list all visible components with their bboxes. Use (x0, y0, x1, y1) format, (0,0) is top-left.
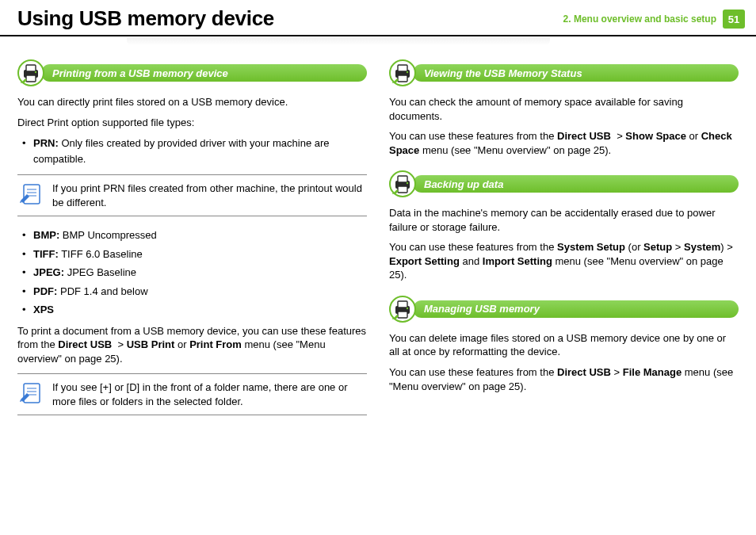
list-item: PDF: PDF 1.4 and below (17, 284, 367, 300)
list-item: PRN: Only files created by provided driv… (17, 136, 367, 166)
chapter-label: 2. Menu overview and basic setup (563, 13, 716, 25)
paragraph: Direct Print option supported file types… (17, 116, 367, 130)
paragraph: You can use these features from the Dire… (389, 129, 739, 157)
text-run: and (460, 255, 483, 267)
paragraph: Data in the machine's memory can be acci… (389, 206, 739, 234)
list-item-label: JPEG: (33, 266, 64, 278)
text-run: > (672, 241, 684, 253)
section-title: Backing up data (413, 175, 739, 193)
menu-path-bold: Direct USB (557, 130, 611, 142)
printer-icon (389, 170, 416, 197)
text-run: or (174, 338, 189, 350)
text-run: > (611, 366, 623, 378)
note-box: If you see [+] or [D] in the front of a … (17, 373, 367, 415)
paragraph: You can directly print files stored on a… (17, 95, 367, 109)
paragraph: To print a document from a USB memory de… (17, 324, 367, 366)
text-run: You can use these features from the (389, 130, 557, 142)
section-header-manage: Managing USB memory (389, 296, 739, 322)
list-item-text: TIFF 6.0 Baseline (59, 248, 143, 260)
menu-path-bold: System (684, 241, 720, 253)
text-run: > (112, 338, 126, 350)
menu-path-bold: System Setup (557, 241, 625, 253)
paragraph: You can use these features from the Syst… (389, 240, 739, 282)
list-item: XPS (17, 302, 367, 318)
file-type-list: BMP: BMP Uncompressed TIFF: TIFF 6.0 Bas… (17, 227, 367, 318)
note-box: If you print PRN files created from othe… (17, 174, 367, 216)
list-item-label: PRN: (33, 137, 59, 149)
note-icon (17, 182, 44, 209)
right-column: Viewing the USB Memory Status You can ch… (389, 60, 739, 426)
section-header-printing: Printing from a USB memory device (17, 60, 367, 86)
text-run: or (686, 130, 701, 142)
section-title: Printing from a USB memory device (41, 64, 367, 82)
header-meta: 2. Menu overview and basic setup 51 (563, 6, 745, 29)
note-text: If you print PRN files created from othe… (52, 182, 364, 209)
list-item: TIFF: TIFF 6.0 Baseline (17, 246, 367, 262)
list-item-label: TIFF: (33, 248, 59, 260)
list-item: JPEG: JPEG Baseline (17, 265, 367, 281)
note-text: If you see [+] or [D] in the front of a … (52, 380, 364, 408)
menu-path-bold: Print From (189, 338, 242, 350)
tab-shadow-decoration (127, 37, 550, 45)
file-type-list: PRN: Only files created by provided driv… (17, 136, 367, 166)
printer-icon (17, 59, 44, 86)
menu-path-bold: Direct USB (557, 366, 611, 378)
paragraph: You can delete image files stored on a U… (389, 331, 739, 359)
page-title: Using USB memory device (17, 6, 274, 31)
section-title: Viewing the USB Memory Status (413, 64, 739, 82)
text-run: menu (see "Menu overview" on page 25). (419, 144, 611, 156)
text-run: ) > (720, 241, 733, 253)
text-run: You can use these features from the (389, 241, 557, 253)
list-item-text: BMP Uncompressed (59, 229, 157, 241)
printer-icon (389, 59, 416, 86)
list-item-text: JPEG Baseline (64, 266, 136, 278)
list-item-label: BMP: (33, 229, 59, 241)
note-icon (17, 380, 44, 408)
text-run: > (611, 130, 625, 142)
menu-path-bold: File Manage (623, 366, 682, 378)
text-run: You can use these features from the (389, 366, 557, 378)
text-run: (or (625, 241, 643, 253)
paragraph: You can use these features from the Dire… (389, 365, 739, 393)
left-column: Printing from a USB memory device You ca… (17, 60, 367, 426)
list-item-text: PDF 1.4 and below (57, 285, 147, 297)
menu-path-bold: Direct USB (58, 338, 112, 350)
paragraph: You can check the amount of memory space… (389, 95, 739, 123)
menu-path-bold: Export Setting (389, 255, 460, 267)
menu-path-bold: USB Print (127, 338, 175, 350)
menu-path-bold: Import Setting (483, 255, 552, 267)
menu-path-bold: Setup (643, 241, 672, 253)
page-header: Using USB memory device 2. Menu overview… (0, 0, 756, 36)
page-number-badge: 51 (723, 10, 745, 29)
section-title: Managing USB memory (413, 300, 739, 318)
list-item-text: Only files created by provided driver wi… (33, 137, 330, 165)
list-item-label: XPS (33, 304, 54, 315)
printer-icon (389, 296, 416, 323)
menu-path-bold: Show Space (625, 130, 686, 142)
section-header-status: Viewing the USB Memory Status (389, 60, 739, 86)
section-header-backup: Backing up data (389, 171, 739, 197)
list-item: BMP: BMP Uncompressed (17, 227, 367, 243)
list-item-label: PDF: (33, 285, 57, 297)
